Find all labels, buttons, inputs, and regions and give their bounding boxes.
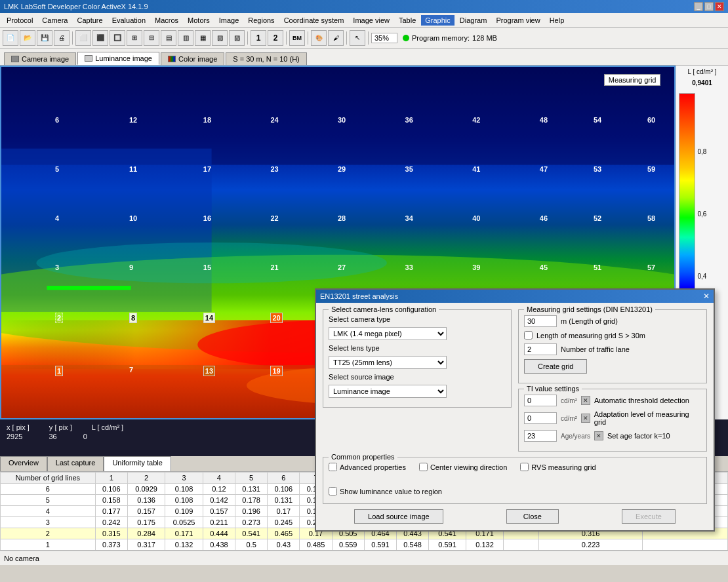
image-tabs: Camera image Luminance image Color image… <box>0 48 728 66</box>
ti-unit2: cd/m² <box>561 415 577 422</box>
dialog-close-button[interactable]: ✕ <box>703 292 710 301</box>
tb-btn-2[interactable]: 2 <box>268 30 283 46</box>
tb-btn8[interactable]: ⊞ <box>127 30 142 46</box>
minimize-button[interactable]: _ <box>694 2 703 11</box>
tb-btn6[interactable]: ⬛ <box>92 30 108 46</box>
advanced-props-checkbox[interactable] <box>329 463 337 471</box>
col-header-4: 4 <box>203 473 235 484</box>
data-cell: 0.132 <box>466 539 503 551</box>
ti-unit1: cd/m² <box>561 397 577 404</box>
menu-camera[interactable]: Camera <box>38 15 71 26</box>
center-viewing-checkbox[interactable] <box>419 463 428 471</box>
data-cell: 0.465 <box>268 528 300 539</box>
y-value: 36 <box>49 433 56 440</box>
rvs-measuring-label: RVS measuring grid <box>531 463 596 471</box>
menu-image[interactable]: Image <box>215 15 243 26</box>
lens-type-select[interactable]: TT25 (25mm lens) <box>329 356 447 369</box>
dialog-body: Select camera-lens configuration Select … <box>316 303 714 530</box>
data-cell: 0.43 <box>268 539 300 551</box>
grid-length-input[interactable] <box>524 315 557 327</box>
data-cell: 0.131 <box>268 495 300 506</box>
x-label: x [ pix ] <box>7 423 30 431</box>
tab-luminance-image[interactable]: Luminance image <box>77 52 159 65</box>
ti-cb3-icon: ✕ <box>594 431 603 440</box>
maximize-button[interactable]: □ <box>704 2 714 11</box>
toolbar-separator-3 <box>286 31 287 45</box>
tb-color-btn[interactable]: 🖌 <box>328 30 344 46</box>
tb-new-button[interactable]: 📄 <box>3 30 18 46</box>
tb-btn14[interactable]: ▨ <box>229 30 245 46</box>
common-properties-title: Common properties <box>329 453 397 461</box>
tab-s30m[interactable]: S = 30 m, N = 10 (H) <box>226 52 306 65</box>
grid-line-cell: 6 <box>1 484 96 495</box>
tab-camera-image[interactable]: Camera image <box>4 52 76 65</box>
rvs-measuring-checkbox[interactable] <box>520 463 529 471</box>
tb-btn5[interactable]: ⬜ <box>75 30 91 46</box>
toolbar-separator-2 <box>247 31 248 45</box>
tb-cursor-btn[interactable]: ↖ <box>350 30 365 46</box>
load-source-button[interactable]: Load source image <box>354 509 443 524</box>
tb-open-button[interactable]: 📂 <box>20 30 35 46</box>
dialog-title-bar: EN13201 street analysis ✕ <box>316 290 714 303</box>
tb-btn11[interactable]: ▥ <box>178 30 193 46</box>
data-cell: 0.106 <box>268 484 300 495</box>
menu-image-view[interactable]: Image view <box>349 15 394 26</box>
menu-motors[interactable]: Motors <box>184 15 214 26</box>
tb-save-button[interactable]: 💾 <box>37 30 52 46</box>
menu-regions[interactable]: Regions <box>244 15 278 26</box>
data-cell: 0.211 <box>203 517 235 528</box>
cb-label-3: 0,4 <box>698 273 707 280</box>
tab-last-capture[interactable]: Last capture <box>47 456 104 471</box>
create-grid-button[interactable]: Create grid <box>524 359 587 374</box>
common-properties-checkboxes: Advanced properties Center viewing direc… <box>329 463 701 498</box>
tab-color-image[interactable]: Color image <box>161 52 224 65</box>
grid-length-row: m (Length of grid) <box>524 315 701 327</box>
traffic-lane-input[interactable] <box>524 343 557 355</box>
ti-val1-row: cd/m² ✕ Automatic threshold detection <box>524 395 701 406</box>
source-image-select[interactable]: Luminance image <box>329 385 447 398</box>
camera-type-row: Select camera type <box>329 315 506 323</box>
grid-line-cell: 5 <box>1 495 96 506</box>
tb-btn4[interactable]: 🖨 <box>54 30 70 46</box>
menu-diagram[interactable]: Diagram <box>456 15 491 26</box>
menu-capture[interactable]: Capture <box>73 15 106 26</box>
coord-display: x [ pix ] y [ pix ] L [ cd/m² ] 2925 36 … <box>7 423 123 440</box>
tab-overview[interactable]: Overview <box>0 456 47 471</box>
tb-btn9[interactable]: ⊟ <box>144 30 159 46</box>
tb-btn10[interactable]: ▤ <box>161 30 176 46</box>
tb-btn12[interactable]: ▦ <box>195 30 211 46</box>
ti-val3-input[interactable] <box>524 430 557 442</box>
dialog-columns: Select camera-lens configuration Select … <box>323 309 707 457</box>
show-luminance-checkbox[interactable] <box>329 487 337 495</box>
menu-help[interactable]: Help <box>546 15 569 26</box>
menu-graphic[interactable]: Graphic <box>421 15 455 26</box>
execute-button[interactable]: Execute <box>622 509 676 524</box>
camera-type-select[interactable]: LMK (1.4 mega pixel) <box>329 327 447 340</box>
grid-length-cb-row: Length of measuring grid S > 30m <box>524 331 701 340</box>
title-bar: LMK LabSoft Developer Color ActiveX 14.1… <box>0 0 728 13</box>
create-grid-row: Create grid <box>524 359 701 374</box>
tb-btn13[interactable]: ▧ <box>212 30 228 46</box>
tab-uniformity-table[interactable]: Uniformity table <box>104 456 171 471</box>
menu-protocol[interactable]: Protocol <box>3 15 37 26</box>
length-gt30-checkbox[interactable] <box>524 331 533 340</box>
tb-btn-bm[interactable]: BM <box>289 30 305 46</box>
ti-val1-input[interactable] <box>524 395 557 406</box>
data-cell: 0.0929 <box>127 484 165 495</box>
menu-coordinate-system[interactable]: Coordinate system <box>280 15 348 26</box>
close-button[interactable]: ✕ <box>715 2 724 11</box>
toolbar-separator-5 <box>346 31 347 45</box>
tb-btn-1[interactable]: 1 <box>251 30 266 46</box>
ti-val2-input[interactable] <box>524 412 557 424</box>
menu-table[interactable]: Table <box>395 15 420 26</box>
tb-falsecolor-btn[interactable]: 🎨 <box>311 30 327 46</box>
tb-btn7[interactable]: 🔲 <box>110 30 125 46</box>
camera-icon <box>11 56 19 62</box>
zoom-input[interactable] <box>371 33 397 43</box>
menu-program-view[interactable]: Program view <box>492 15 544 26</box>
traffic-lane-row: Number of traffic lane <box>524 343 701 355</box>
close-dialog-button[interactable]: Close <box>506 509 559 524</box>
menu-evaluation[interactable]: Evaluation <box>108 15 150 26</box>
en13201-dialog[interactable]: EN13201 street analysis ✕ Select camera-… <box>315 288 715 532</box>
menu-macros[interactable]: Macros <box>151 15 182 26</box>
